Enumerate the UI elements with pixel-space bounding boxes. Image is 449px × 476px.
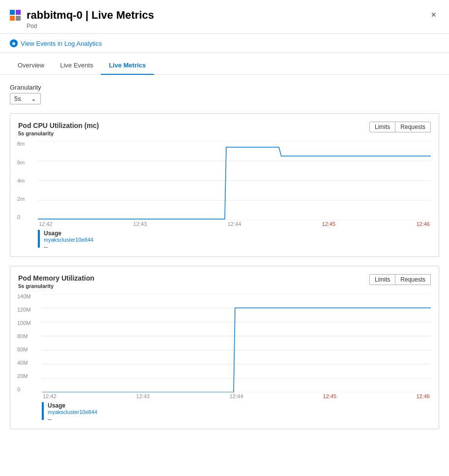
view-events-link[interactable]: ◉ View Events in Log Analytics — [10, 39, 102, 47]
tab-live-events[interactable]: Live Events — [52, 57, 101, 75]
cpu-legend-cluster: myakscluster10e844 — [44, 237, 93, 243]
pod-icon — [10, 10, 21, 21]
log-analytics-icon: ◉ — [10, 39, 18, 47]
mem-y-label-140m: 140M — [17, 294, 31, 299]
memory-legend-text: Usage myakscluster10e844 -- — [48, 402, 97, 423]
cpu-y-label-2m: 2m — [17, 196, 25, 202]
cpu-chart-granularity: 5s granularity — [18, 130, 99, 136]
cpu-legend-usage: Usage — [44, 230, 93, 237]
page-title: rabbitmq-0 | Live Metrics — [27, 9, 154, 22]
content-area: Granularity 5s ⌄ Pod CPU Utilization (mc… — [0, 75, 449, 447]
cpu-x-label-3: 12:45 — [322, 221, 336, 227]
cpu-y-label-0: 0 — [17, 215, 25, 220]
granularity-select[interactable]: 5s ⌄ — [10, 93, 41, 104]
cpu-chart-buttons: Limits Requests — [369, 122, 431, 132]
memory-chart-svg — [42, 294, 431, 392]
cpu-legend-bar — [38, 230, 40, 248]
cpu-chart-svg — [38, 141, 431, 220]
cpu-chart-header: Pod CPU Utilization (mc) 5s granularity … — [18, 122, 431, 140]
cpu-chart-title: Pod CPU Utilization (mc) — [18, 122, 99, 129]
mem-y-label-40m: 40M — [17, 360, 31, 366]
mem-y-label-20m: 20M — [17, 374, 31, 379]
tab-live-metrics[interactable]: Live Metrics — [101, 57, 153, 75]
memory-chart-header: Pod Memory Utilization 5s granularity Li… — [18, 274, 431, 293]
cpu-requests-button[interactable]: Requests — [395, 122, 431, 132]
granularity-label: Granularity — [10, 84, 439, 91]
mem-x-label-4: 12:46 — [416, 393, 430, 399]
cpu-x-axis: 12:42 12:43 12:44 12:45 12:46 — [38, 221, 431, 227]
cpu-x-label-2: 12:44 — [228, 221, 241, 227]
cpu-chart-title-block: Pod CPU Utilization (mc) 5s granularity — [18, 122, 99, 140]
mem-y-label-80m: 80M — [17, 334, 31, 339]
memory-legend-usage: Usage — [48, 402, 97, 409]
mem-y-label-100m: 100M — [17, 320, 31, 326]
memory-chart-buttons: Limits Requests — [369, 274, 431, 285]
chevron-down-icon: ⌄ — [31, 95, 36, 102]
view-events-label: View Events in Log Analytics — [21, 40, 102, 47]
header-left: rabbitmq-0 | Live Metrics Pod — [10, 9, 154, 30]
memory-chart-title: Pod Memory Utilization — [18, 274, 94, 282]
tab-overview[interactable]: Overview — [10, 57, 52, 75]
cpu-limits-button[interactable]: Limits — [369, 122, 395, 132]
memory-chart-title-block: Pod Memory Utilization 5s granularity — [18, 274, 94, 293]
memory-requests-button[interactable]: Requests — [395, 274, 431, 285]
tabs-bar: Overview Live Events Live Metrics — [0, 57, 449, 75]
cpu-legend-value: -- — [44, 244, 93, 251]
cpu-x-label-4: 12:46 — [416, 221, 430, 227]
cpu-x-label-0: 12:42 — [39, 221, 53, 227]
mem-x-label-0: 12:42 — [43, 393, 57, 399]
memory-chart-card: Pod Memory Utilization 5s granularity Li… — [10, 266, 439, 429]
cpu-legend-text: Usage myakscluster10e844 -- — [44, 230, 93, 251]
mem-x-label-1: 12:43 — [136, 393, 150, 399]
memory-legend-value: -- — [48, 416, 97, 423]
memory-limits-button[interactable]: Limits — [369, 274, 395, 285]
mem-y-label-60m: 60M — [17, 347, 31, 352]
memory-x-axis: 12:42 12:43 12:44 12:45 12:46 — [42, 393, 431, 399]
mem-y-label-120m: 120M — [17, 307, 31, 313]
granularity-section: Granularity 5s ⌄ — [10, 84, 439, 104]
mem-x-label-3: 12:45 — [323, 393, 337, 399]
memory-legend-cluster: myakscluster10e844 — [48, 409, 97, 415]
title-block: rabbitmq-0 | Live Metrics Pod — [27, 9, 154, 30]
cpu-x-label-1: 12:43 — [133, 221, 147, 227]
view-events-bar: ◉ View Events in Log Analytics — [0, 34, 449, 53]
memory-chart-legend: Usage myakscluster10e844 -- — [42, 402, 431, 423]
page-subtitle: Pod — [27, 23, 154, 30]
granularity-value: 5s — [14, 95, 21, 102]
mem-y-label-0: 0 — [17, 387, 31, 392]
mem-x-label-2: 12:44 — [230, 393, 243, 399]
header: rabbitmq-0 | Live Metrics Pod × — [0, 0, 449, 34]
cpu-y-label-4m: 4m — [17, 178, 25, 184]
cpu-chart-card: Pod CPU Utilization (mc) 5s granularity … — [10, 113, 439, 257]
cpu-y-label-6m: 6m — [17, 160, 25, 165]
cpu-y-label-8m: 8m — [17, 141, 25, 147]
memory-legend-bar — [42, 402, 44, 420]
close-button[interactable]: × — [428, 9, 439, 21]
cpu-chart-legend: Usage myakscluster10e844 -- — [38, 230, 431, 251]
memory-chart-granularity: 5s granularity — [18, 283, 94, 289]
